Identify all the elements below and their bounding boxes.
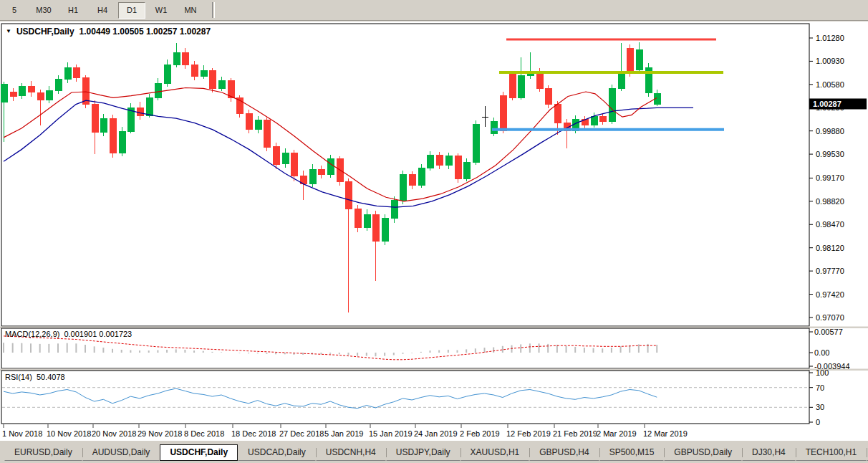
terminal-window: 5M30H1H4D1W1MN 1.012801.009301.005801.00… xyxy=(0,0,868,463)
price-axis-label: 0.97070 xyxy=(816,313,844,322)
chart-title: ▼ USDCHF,Daily 1.00449 1.00505 1.00257 1… xyxy=(6,27,211,37)
rsi-name: RSI(14) xyxy=(5,373,32,381)
rsi-axis-label: 30 xyxy=(816,403,824,411)
macd-axis-label: 0.00 xyxy=(814,348,829,357)
timeframe-button-W1[interactable]: W1 xyxy=(148,2,175,19)
chart-canvas[interactable]: 1.012801.009301.005801.002300.998800.995… xyxy=(0,22,868,443)
current-price-tag-label: 1.00287 xyxy=(813,100,842,108)
timeframe-button-M30[interactable]: M30 xyxy=(30,2,57,19)
rsi-axis-label: 100 xyxy=(816,368,829,377)
tab-usdchf-daily[interactable]: USDCHF,Daily xyxy=(160,444,238,461)
timeframe-toolbar: 5M30H1H4D1W1MN xyxy=(0,0,868,21)
tab-gbpusd-h4[interactable]: GBPUSD,H4 xyxy=(529,444,599,461)
macd-name: MACD(12,26,9) xyxy=(5,330,59,338)
tab-usdcnh-h4[interactable]: USDCNH,H4 xyxy=(316,444,386,461)
price-axis-label: 0.99170 xyxy=(816,173,844,182)
date-axis-label: 29 Nov 2018 xyxy=(138,429,182,438)
timeframe-button-D1[interactable]: D1 xyxy=(118,2,145,19)
timeframe-button-H4[interactable]: H4 xyxy=(89,2,116,19)
price-axis-label: 1.00580 xyxy=(816,80,844,89)
price-axis-label: 0.99530 xyxy=(816,150,844,158)
date-axis-label: 2 Mar 2019 xyxy=(597,429,637,438)
tab-usdcad-daily[interactable]: USDCAD,Daily xyxy=(238,444,316,461)
price-axis-label: 0.97770 xyxy=(816,267,844,275)
chart-tab-bar: EURUSD,DailyAUDUSD,DailyUSDCHF,DailyUSDC… xyxy=(0,440,868,463)
tab-eurusd-daily[interactable]: EURUSD,Daily xyxy=(4,444,82,461)
macd-indicator-label: MACD(12,26,9) 0.001901 0.001723 xyxy=(5,330,132,338)
price-axis-label: 1.00930 xyxy=(816,57,844,65)
rsi-axis-label: 0 xyxy=(816,418,820,426)
symbol-dropdown-icon[interactable]: ▼ xyxy=(6,29,11,34)
date-axis-label: 12 Mar 2019 xyxy=(643,429,688,438)
price-axis-label: 0.99880 xyxy=(816,127,844,135)
timeframe-button-5[interactable]: 5 xyxy=(1,2,28,19)
price-axis-label: 0.97420 xyxy=(816,290,844,299)
date-axis-label: 10 Nov 2018 xyxy=(47,429,91,438)
price-axis-label: 1.01280 xyxy=(816,34,844,42)
tab-gbpusd-daily[interactable]: GBPUSD,Daily xyxy=(664,444,742,461)
date-axis-label: 20 Nov 2018 xyxy=(92,429,136,438)
date-axis-label: 12 Feb 2019 xyxy=(506,429,551,438)
date-axis-label: 8 Dec 2018 xyxy=(184,429,224,438)
rsi-axis-label: 70 xyxy=(816,383,824,392)
tab-xauusd-h1[interactable]: XAUUSD,H1 xyxy=(460,444,530,461)
tab-tech100-h1[interactable]: TECH100,H1 xyxy=(796,444,867,461)
price-axis-label: 0.98470 xyxy=(816,220,844,229)
date-axis-label: 27 Dec 2018 xyxy=(279,429,324,438)
macd-values: 0.001901 0.001723 xyxy=(64,330,132,338)
tab-dj30-h4[interactable]: DJ30,H4 xyxy=(742,444,796,461)
tab-audusd-daily[interactable]: AUDUSD,Daily xyxy=(82,444,160,461)
price-axis-label: 0.98820 xyxy=(816,197,844,206)
tab-sp500-m15[interactable]: SP500,M15 xyxy=(599,444,665,461)
tab-usdjpy-daily[interactable]: USDJPY,Daily xyxy=(386,444,460,461)
price-axis-label: 0.98120 xyxy=(816,244,844,252)
timeframe-button-MN[interactable]: MN xyxy=(177,2,204,19)
rsi-indicator-label: RSI(14) 50.4078 xyxy=(5,373,65,381)
date-axis-label: 18 Dec 2018 xyxy=(231,429,276,438)
chart-symbol-label: USDCHF,Daily xyxy=(16,27,74,37)
date-axis-label: 24 Jan 2019 xyxy=(414,429,458,438)
rsi-value: 50.4078 xyxy=(37,373,65,381)
timeframe-button-H1[interactable]: H1 xyxy=(59,2,87,19)
date-axis-label: 15 Jan 2019 xyxy=(369,429,413,438)
date-axis-label: 5 Jan 2019 xyxy=(324,429,363,438)
chart-ohlc-values: 1.00449 1.00505 1.00257 1.00287 xyxy=(79,27,211,37)
date-axis-label: 21 Feb 2019 xyxy=(553,429,597,438)
date-axis-label: 1 Nov 2018 xyxy=(2,429,42,438)
date-axis-label: 2 Feb 2019 xyxy=(460,429,500,438)
toolbar-separator xyxy=(212,2,215,18)
macd-axis-label: 0.00577 xyxy=(814,328,843,336)
rsi-panel[interactable] xyxy=(1,371,809,424)
